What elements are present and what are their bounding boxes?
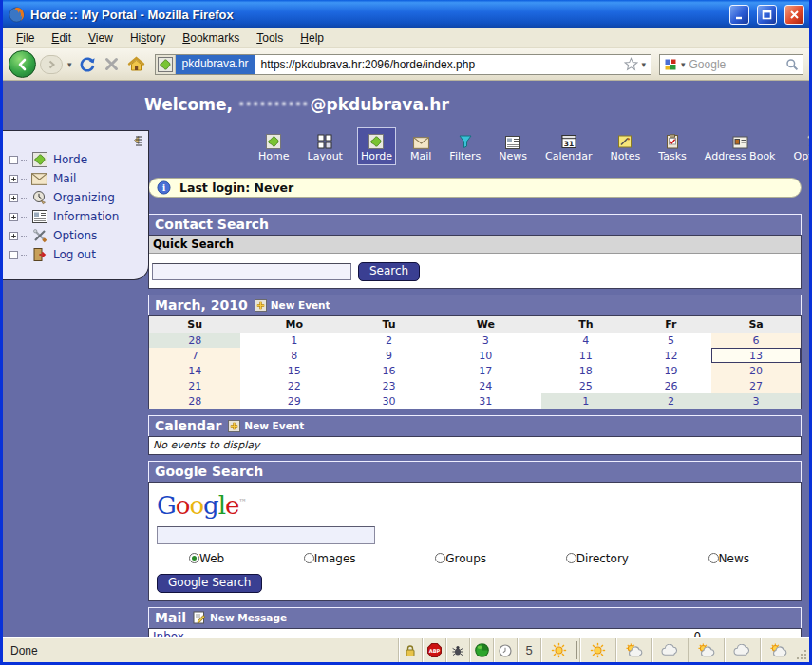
new-message-icon[interactable]: [193, 611, 206, 624]
day-cell[interactable]: 1: [240, 332, 348, 348]
radio-button-icon[interactable]: [708, 553, 719, 563]
appbar-item-home[interactable]: Home: [255, 127, 293, 165]
menu-file[interactable]: File: [9, 29, 42, 47]
tray-cell-status-sphere-icon[interactable]: [469, 638, 493, 662]
radio-button-icon[interactable]: [304, 553, 314, 563]
day-cell[interactable]: 7: [149, 348, 240, 363]
forecast-cell[interactable]: [688, 638, 724, 662]
day-cell[interactable]: 22: [240, 378, 348, 393]
day-cell[interactable]: 19: [631, 363, 711, 378]
day-cell[interactable]: 31: [430, 393, 541, 408]
radio-button-icon[interactable]: [435, 553, 445, 563]
menu-help[interactable]: Help: [293, 29, 331, 47]
maximize-button[interactable]: [757, 5, 777, 25]
day-cell[interactable]: 28: [149, 393, 240, 408]
radio-button-icon[interactable]: [566, 553, 576, 563]
new-message-action[interactable]: New Message: [193, 611, 287, 624]
forecast-cell[interactable]: [724, 638, 760, 662]
day-cell[interactable]: 29: [240, 393, 348, 408]
appbar-item-options[interactable]: Options: [790, 127, 810, 165]
menu-bookmarks[interactable]: Bookmarks: [175, 29, 247, 47]
minimize-button[interactable]: [729, 5, 749, 25]
search-engine-dropdown-icon[interactable]: ▾: [680, 60, 687, 69]
home-button[interactable]: [126, 54, 147, 75]
expand-plus-icon[interactable]: [9, 213, 18, 221]
appbar-item-calendar[interactable]: 31Calendar: [541, 127, 595, 165]
url-dropdown-icon[interactable]: ▾: [640, 60, 647, 69]
sidebar-item-log-out[interactable]: Log out: [3, 245, 148, 264]
day-cell[interactable]: 23: [348, 378, 429, 393]
google-search-button[interactable]: Google Search: [157, 574, 262, 593]
url-text[interactable]: https://pkdubrava.hr:2096/horde/index.ph…: [255, 58, 625, 71]
expand-plus-icon[interactable]: [9, 175, 18, 183]
forward-button[interactable]: [40, 55, 63, 74]
close-button[interactable]: [784, 5, 804, 25]
day-cell[interactable]: 5: [631, 332, 711, 348]
tray-cell-adblock-icon[interactable]: ABP: [422, 638, 445, 662]
day-cell[interactable]: 12: [631, 348, 711, 363]
magnifier-icon[interactable]: [785, 58, 799, 71]
day-cell[interactable]: 27: [711, 378, 801, 393]
url-bar[interactable]: pkdubrava.hr https://pkdubrava.hr:2096/h…: [155, 54, 651, 75]
expand-plus-icon[interactable]: [9, 232, 18, 240]
mail-folder-link[interactable]: Inbox: [153, 630, 694, 637]
new-event-action[interactable]: New Event: [255, 299, 330, 312]
menu-edit[interactable]: Edit: [44, 29, 79, 47]
sidebar-item-information[interactable]: Information: [3, 207, 148, 226]
radio-web[interactable]: Web: [189, 552, 224, 565]
google-search-input[interactable]: [157, 526, 375, 544]
appbar-item-filters[interactable]: Filters: [445, 127, 484, 165]
bookmark-star-icon[interactable]: [624, 57, 638, 71]
day-cell[interactable]: 16: [348, 363, 429, 378]
add-event-icon-2[interactable]: [228, 420, 240, 432]
search-input[interactable]: Google: [689, 58, 783, 71]
tray-cell-clock-icon[interactable]: [493, 638, 517, 662]
resize-grip[interactable]: [796, 638, 809, 662]
day-cell[interactable]: 6: [711, 332, 801, 348]
sidebar-item-options[interactable]: Options: [3, 226, 148, 245]
mail-folder-row[interactable]: Inbox0: [149, 629, 801, 637]
back-button[interactable]: [9, 50, 36, 78]
reload-button[interactable]: [77, 54, 98, 75]
day-cell[interactable]: 28: [149, 332, 240, 348]
sidebar-collapse-icon[interactable]: [127, 135, 142, 146]
day-cell[interactable]: 2: [631, 393, 711, 408]
day-cell[interactable]: 11: [541, 348, 631, 363]
radio-news[interactable]: News: [708, 552, 749, 565]
day-cell[interactable]: 24: [430, 378, 541, 393]
day-cell[interactable]: 3: [430, 332, 541, 348]
radio-directory[interactable]: Directory: [566, 552, 629, 565]
menu-view[interactable]: View: [81, 29, 121, 47]
appbar-item-address-book[interactable]: Address Book: [701, 127, 780, 165]
contact-search-button[interactable]: Search: [358, 262, 420, 281]
stop-button[interactable]: [102, 54, 123, 75]
appbar-item-news[interactable]: News: [495, 127, 531, 165]
appbar-item-notes[interactable]: Notes: [607, 127, 645, 165]
sidebar-item-organizing[interactable]: Organizing: [3, 188, 148, 207]
day-cell[interactable]: 20: [711, 363, 801, 378]
day-cell[interactable]: 21: [149, 378, 240, 393]
day-cell[interactable]: 25: [541, 378, 631, 393]
day-cell[interactable]: 26: [631, 378, 711, 393]
appbar-item-tasks[interactable]: Tasks: [654, 127, 689, 165]
forecast-cell[interactable]: [579, 638, 615, 662]
radio-images[interactable]: Images: [304, 552, 356, 565]
tray-cell-bug-icon[interactable]: [445, 638, 469, 662]
radio-groups[interactable]: Groups: [435, 552, 486, 565]
day-cell[interactable]: 14: [149, 363, 240, 378]
appbar-item-layout[interactable]: Layout: [304, 127, 347, 165]
day-cell[interactable]: 4: [541, 332, 631, 348]
day-cell[interactable]: 1: [541, 393, 631, 408]
sidebar-item-horde[interactable]: Horde: [3, 150, 148, 169]
expand-plus-icon[interactable]: [9, 194, 18, 202]
day-cell[interactable]: 15: [240, 363, 348, 378]
new-event-action-2[interactable]: New Event: [228, 420, 304, 432]
radio-button-icon[interactable]: [189, 553, 199, 563]
day-cell[interactable]: 17: [430, 363, 541, 378]
day-cell[interactable]: 30: [348, 393, 429, 408]
appbar-item-mail[interactable]: Mail: [406, 127, 435, 165]
appbar-item-horde[interactable]: Horde: [357, 127, 396, 165]
day-cell[interactable]: 10: [430, 348, 541, 363]
sidebar-item-mail[interactable]: Mail: [3, 169, 148, 188]
forecast-cell[interactable]: [760, 638, 796, 662]
